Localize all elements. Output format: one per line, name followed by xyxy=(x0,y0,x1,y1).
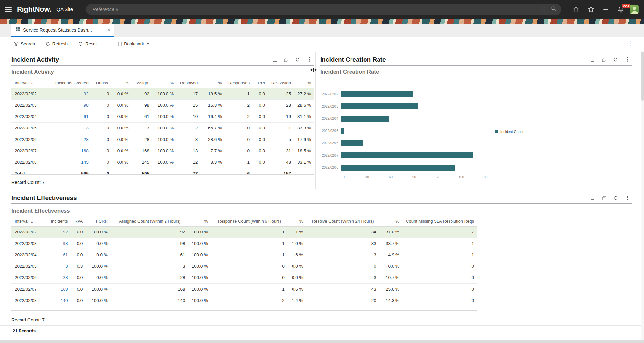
chart-bar[interactable] xyxy=(341,165,455,171)
chart-row: 2022/02/04 xyxy=(320,112,561,125)
table-row[interactable]: 2022/02/04610.00.0 %61100.0 %11.6 %34.9 … xyxy=(11,249,477,261)
table-row[interactable]: 2022/02/039800.0 %98100.0 %1515.3 %20.02… xyxy=(11,99,314,111)
column-header[interactable]: Interval▲ xyxy=(11,78,51,88)
minimize-icon[interactable] xyxy=(591,58,595,62)
incident-count-link[interactable]: 168 xyxy=(61,287,68,291)
panel-kebab-menu-icon[interactable]: ⋮ xyxy=(307,57,312,62)
column-header[interactable]: Interval▲ xyxy=(11,216,48,226)
avatar[interactable] xyxy=(630,5,639,14)
column-header[interactable]: % xyxy=(152,78,177,88)
table-row[interactable]: 2022/02/081400.0100.0 %140100.0 %21.4 %2… xyxy=(11,295,477,306)
column-header[interactable]: % xyxy=(379,216,403,226)
search-button[interactable]: Search xyxy=(14,41,35,46)
column-header[interactable]: Incidents Created xyxy=(51,78,92,88)
panel-refresh-icon[interactable] xyxy=(613,57,618,62)
incident-count-link[interactable]: 28 xyxy=(63,275,68,280)
column-header[interactable]: Resolved xyxy=(177,78,201,88)
bookmark-button[interactable]: Bookmark ▾ xyxy=(118,41,149,46)
column-header[interactable]: Response Count (Within 6 Hours) xyxy=(211,216,288,226)
table-row[interactable]: 2022/02/03980.00.0 %98100.0 %11.0 %3333.… xyxy=(11,238,477,249)
total-row: Total5950595776157 xyxy=(11,168,314,175)
incident-count-link[interactable]: 92 xyxy=(63,230,68,234)
incident-count-link[interactable]: 61 xyxy=(84,114,89,119)
tab-close-icon[interactable]: × xyxy=(107,27,110,33)
table-row[interactable]: 2022/02/05300.0 %3100.0 %266.7 %00.0133.… xyxy=(11,122,314,134)
cell: 28 xyxy=(132,134,152,145)
legend-swatch xyxy=(495,130,498,133)
minimize-icon[interactable] xyxy=(591,196,595,200)
incident-activity-panel-header: Incident Activity ⋮ xyxy=(11,54,314,66)
table-row[interactable]: 2022/02/071680.0100.0 %168100.0 %10.6 %4… xyxy=(11,283,477,295)
search-icon[interactable] xyxy=(551,6,557,13)
maximize-icon[interactable] xyxy=(602,58,606,62)
incident-count-link[interactable]: 98 xyxy=(63,241,68,246)
column-header[interactable]: Count Missing SLA Resolution Reqs xyxy=(403,216,477,226)
search-input[interactable] xyxy=(92,7,541,12)
table-row[interactable]: 2022/02/02920.0100.0 %92100.0 %11.1 %343… xyxy=(11,226,477,238)
incident-count-link[interactable]: 92 xyxy=(84,91,89,96)
incident-count-link[interactable]: 28 xyxy=(84,137,89,142)
incident-count-link[interactable]: 3 xyxy=(65,264,68,269)
table-row[interactable]: 2022/02/0716800.0 %168100.0 %137.7 %00.0… xyxy=(11,145,314,157)
cell: 2022/02/05 xyxy=(11,122,51,134)
panel-refresh-icon[interactable] xyxy=(613,196,618,200)
maximize-icon[interactable] xyxy=(284,58,288,62)
chart-bar[interactable] xyxy=(341,103,418,109)
toolbar-kebab-menu-icon[interactable]: ⋮ xyxy=(627,41,633,47)
global-search[interactable]: ⋮ xyxy=(86,4,561,15)
panel-kebab-menu-icon[interactable]: ⋮ xyxy=(625,57,630,62)
column-header[interactable]: % xyxy=(201,78,225,88)
tab-service-request-statistics-dashboard[interactable]: Service Request Statistics Dash... × xyxy=(11,24,114,37)
chart-bar[interactable] xyxy=(341,152,473,158)
chart-bar[interactable] xyxy=(341,140,363,146)
table-row[interactable]: 2022/02/0814500.0 %145100.0 %128.3 %10.0… xyxy=(11,157,314,168)
column-header[interactable]: Resolve Count (Within 24 Hours) xyxy=(306,216,379,226)
favorites-star-icon[interactable] xyxy=(587,6,594,13)
scrollbar[interactable] xyxy=(641,51,644,340)
column-header[interactable]: Re-Assign xyxy=(268,78,294,88)
table-row[interactable]: 2022/02/0530.3100.0 %3100.0 %00.0 %00.0 … xyxy=(11,261,477,272)
table-row[interactable]: 2022/02/029200.0 %92100.0 %1718.5 %10.02… xyxy=(11,88,314,99)
column-header[interactable]: % xyxy=(112,78,132,88)
column-header[interactable]: Responses xyxy=(225,78,253,88)
notifications-bell-icon[interactable]: 223 xyxy=(617,6,624,13)
search-options-icon[interactable]: ⋮ xyxy=(541,7,547,12)
column-header[interactable]: RPA xyxy=(71,216,86,226)
minimize-icon[interactable] xyxy=(273,58,277,62)
table-row[interactable]: 2022/02/062800.0 %28100.0 %828.6 %00.051… xyxy=(11,134,314,145)
panel-refresh-icon[interactable] xyxy=(295,57,300,62)
window-bottom-edge xyxy=(0,340,644,343)
reset-button[interactable]: Reset xyxy=(78,41,97,46)
incident-count-link[interactable]: 61 xyxy=(63,252,68,257)
column-header[interactable]: % xyxy=(294,78,314,88)
panel-kebab-menu-icon[interactable]: ⋮ xyxy=(625,195,630,201)
incident-count-link[interactable]: 140 xyxy=(61,298,68,303)
column-header[interactable]: Incidents xyxy=(48,216,71,226)
refresh-button[interactable]: Refresh xyxy=(45,41,68,46)
column-header[interactable]: % xyxy=(188,216,211,226)
column-header[interactable]: Unass. xyxy=(92,78,112,88)
maximize-icon[interactable] xyxy=(602,196,606,200)
home-icon[interactable] xyxy=(572,6,580,13)
cell: 33.3 % xyxy=(294,122,314,134)
column-header[interactable]: FCRR xyxy=(86,216,111,226)
incident-count-link[interactable]: 98 xyxy=(84,103,89,108)
table-row[interactable]: 2022/02/046100.0 %61100.0 %1016.4 %20.01… xyxy=(11,111,314,122)
incident-count-link[interactable]: 168 xyxy=(81,148,89,153)
add-icon[interactable] xyxy=(602,6,609,13)
cell: 2 xyxy=(177,122,201,134)
cell: 2 xyxy=(211,295,288,306)
chart-bar[interactable] xyxy=(341,91,413,97)
cell: 0.0 xyxy=(253,99,268,111)
column-header[interactable]: RPI xyxy=(253,78,268,88)
table-row[interactable]: 2022/02/06280.00.0 %28100.0 %00.0 %310.7… xyxy=(11,272,477,283)
chart-bar[interactable] xyxy=(341,128,344,134)
menu-icon[interactable] xyxy=(5,7,12,12)
scrollbar-thumb[interactable] xyxy=(641,52,644,101)
incident-count-link[interactable]: 145 xyxy=(81,160,89,165)
column-header[interactable]: Assign. xyxy=(132,78,152,88)
chart-bar[interactable] xyxy=(341,116,389,122)
column-header[interactable]: Assigned Count (Within 2 Hours) xyxy=(111,216,189,226)
column-header[interactable]: % xyxy=(288,216,307,226)
incident-count-link[interactable]: 3 xyxy=(86,126,89,130)
